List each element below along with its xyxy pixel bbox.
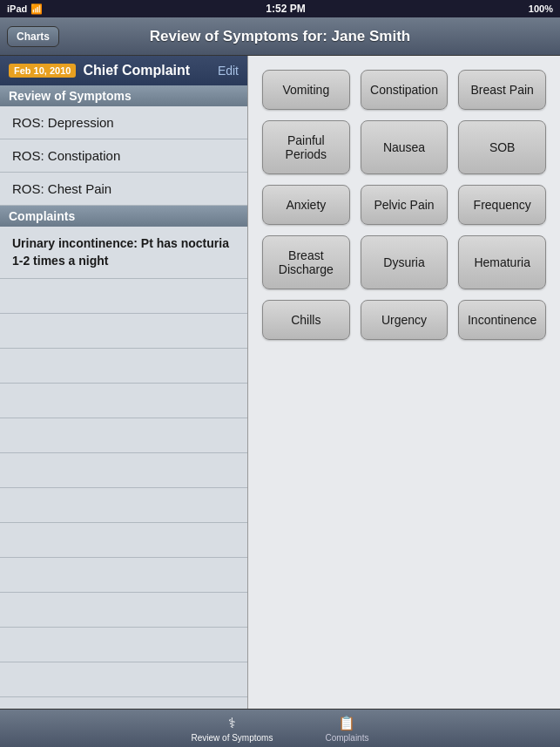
- tab-complaints[interactable]: 📋 Complaints: [325, 715, 368, 743]
- symptom-btn-hematuria[interactable]: Hematuria: [458, 235, 546, 289]
- symptom-row-0: VomitingConstipationBreast Pain: [262, 70, 546, 110]
- empty-row: [0, 349, 247, 384]
- empty-row: [0, 593, 247, 628]
- complaints-section-header: Complaints: [0, 206, 247, 227]
- status-time: 1:52 PM: [266, 3, 305, 15]
- device-label: iPad: [7, 3, 27, 14]
- empty-row: [0, 662, 247, 697]
- symptom-btn-sob[interactable]: SOB: [458, 120, 546, 174]
- empty-rows: [0, 279, 247, 709]
- symptom-btn-painful-periods[interactable]: Painful Periods: [262, 120, 350, 174]
- charts-button[interactable]: Charts: [7, 26, 59, 47]
- symptom-btn-chills[interactable]: Chills: [262, 300, 350, 340]
- ros-tab-label: Review of Symptoms: [192, 733, 273, 743]
- tab-review-of-symptoms[interactable]: ⚕ Review of Symptoms: [192, 715, 273, 743]
- symptom-btn-breast-pain[interactable]: Breast Pain: [458, 70, 546, 110]
- battery-status: 100%: [529, 3, 553, 14]
- complaints-tab-label: Complaints: [325, 733, 368, 743]
- empty-row: [0, 628, 247, 662]
- nav-bar: Charts Review of Symptoms for: Jane Smit…: [0, 17, 560, 56]
- complaint-item[interactable]: Urinary incontinence: Pt has nocturia 1-…: [0, 227, 247, 279]
- complaints-tab-icon: 📋: [338, 715, 355, 731]
- symptom-btn-vomiting[interactable]: Vomiting: [262, 70, 350, 110]
- empty-row: [0, 279, 247, 314]
- right-panel: VomitingConstipationBreast PainPainful P…: [248, 56, 560, 709]
- status-bar: iPad 📶 1:52 PM 100%: [0, 0, 560, 17]
- chief-complaint-header: Feb 10, 2010 Chief Complaint Edit: [0, 56, 247, 85]
- nav-title: Review of Symptoms for: Jane Smith: [150, 28, 410, 45]
- ros-tab-icon: ⚕: [228, 715, 236, 731]
- symptom-btn-breast-discharge[interactable]: Breast Discharge: [262, 235, 350, 289]
- ros-item-depression[interactable]: ROS: Depression: [0, 106, 247, 139]
- symptom-row-3: Breast DischargeDysuriaHematuria: [262, 235, 546, 289]
- edit-button[interactable]: Edit: [218, 64, 239, 78]
- symptom-btn-frequency[interactable]: Frequency: [458, 185, 546, 225]
- ros-section-header: Review of Symptoms: [0, 85, 247, 106]
- empty-row: [0, 488, 247, 523]
- main-layout: Feb 10, 2010 Chief Complaint Edit Review…: [0, 56, 560, 709]
- chief-title: Chief Complaint: [83, 63, 217, 78]
- status-left: iPad 📶: [7, 3, 43, 15]
- symptom-btn-dysuria[interactable]: Dysuria: [361, 235, 449, 289]
- symptom-btn-pelvic-pain[interactable]: Pelvic Pain: [361, 185, 449, 225]
- ros-item-chest-pain[interactable]: ROS: Chest Pain: [0, 173, 247, 206]
- symptom-btn-nausea[interactable]: Nausea: [361, 120, 449, 174]
- tab-bar: ⚕ Review of Symptoms 📋 Complaints: [0, 709, 560, 747]
- symptom-btn-incontinence[interactable]: Incontinence: [458, 300, 546, 340]
- symptom-btn-constipation[interactable]: Constipation: [361, 70, 449, 110]
- left-panel: Feb 10, 2010 Chief Complaint Edit Review…: [0, 56, 248, 709]
- symptom-row-2: AnxietyPelvic PainFrequency: [262, 185, 546, 225]
- empty-row: [0, 523, 247, 558]
- empty-row: [0, 453, 247, 488]
- symptom-btn-anxiety[interactable]: Anxiety: [262, 185, 350, 225]
- ros-item-constipation[interactable]: ROS: Constipation: [0, 139, 247, 173]
- empty-row: [0, 558, 247, 593]
- symptom-btn-urgency[interactable]: Urgency: [361, 300, 449, 340]
- empty-row: [0, 314, 247, 349]
- symptom-row-1: Painful PeriodsNauseaSOB: [262, 120, 546, 174]
- empty-row: [0, 384, 247, 418]
- empty-row: [0, 418, 247, 453]
- symptom-row-4: ChillsUrgencyIncontinence: [262, 300, 546, 340]
- chief-date: Feb 10, 2010: [9, 64, 76, 78]
- wifi-icon: 📶: [30, 3, 43, 15]
